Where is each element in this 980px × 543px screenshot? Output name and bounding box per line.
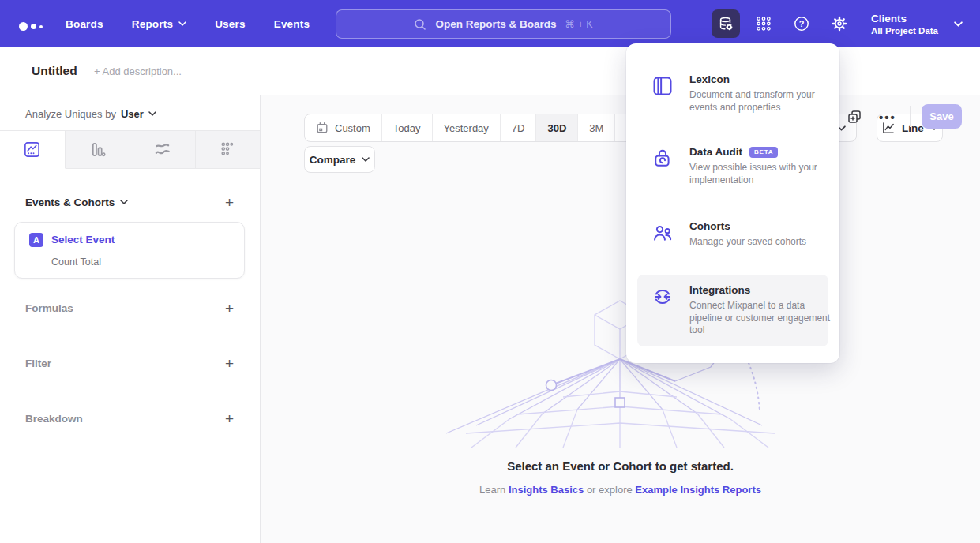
date-yesterday-label: Yesterday (444, 122, 489, 134)
date-custom[interactable]: Custom (305, 114, 382, 141)
date-3m-label: 3M (589, 122, 603, 134)
navbar-right: ? (712, 0, 980, 47)
nav-users[interactable]: Users (215, 18, 246, 30)
cohorts-title: Cohorts (689, 220, 730, 232)
help-button[interactable]: ? (787, 9, 816, 38)
events-cohorts-header[interactable]: Events & Cohorts (25, 197, 128, 208)
top-navbar: Boards Reports Users Events Open Reports… (0, 0, 980, 47)
nav-events-label: Events (274, 18, 310, 30)
subtitle-prefix: Learn (479, 484, 505, 496)
menu-item-integrations[interactable]: Integrations Connect Mixpanel to a data … (637, 275, 828, 346)
date-7d[interactable]: 7D (501, 114, 537, 141)
date-3m[interactable]: 3M (578, 114, 615, 141)
header-divider (910, 106, 911, 127)
bar-chart-icon (88, 140, 107, 159)
duplicate-button[interactable] (847, 109, 862, 125)
chevron-down-icon (120, 200, 128, 204)
menu-item-lexicon[interactable]: Lexicon Document and transform your even… (637, 64, 828, 123)
breakdown-label: Breakdown (25, 413, 83, 425)
line-chart-icon (23, 140, 41, 159)
search-placeholder: Open Reports & Boards (435, 18, 556, 30)
beta-badge: BETA (749, 147, 778, 158)
mixpanel-logo[interactable] (19, 19, 46, 28)
date-7d-label: 7D (512, 122, 525, 134)
chevron-down-icon (362, 157, 370, 162)
tab-metric[interactable] (196, 131, 261, 168)
compare-label: Compare (310, 154, 356, 166)
project-switcher[interactable]: Clients All Project Data (854, 13, 963, 36)
filter-section: Filter + (25, 352, 234, 374)
data-management-button[interactable] (712, 9, 740, 38)
date-today[interactable]: Today (382, 114, 433, 141)
stacked-chart-icon (153, 140, 171, 159)
search-input[interactable]: Open Reports & Boards ⌘ + K (336, 9, 671, 39)
add-event-button[interactable]: + (225, 195, 234, 210)
project-name: Clients (871, 13, 938, 24)
svg-text:?: ? (799, 19, 805, 28)
nav-boards[interactable]: Boards (66, 18, 103, 30)
cohorts-description: Manage your saved cohorts (689, 236, 833, 249)
add-breakdown-button[interactable]: + (225, 411, 234, 426)
date-30d[interactable]: 30D (536, 114, 578, 141)
chart-type-label: Line (902, 122, 924, 134)
insights-basics-link[interactable]: Insights Basics (509, 484, 584, 496)
metric-icon (219, 140, 237, 159)
primary-nav: Boards Reports Users Events (66, 0, 310, 47)
tab-stacked-chart[interactable] (130, 131, 196, 168)
copy-plus-icon (847, 109, 862, 125)
project-scope: All Project Data (871, 26, 938, 36)
count-total-label[interactable]: Count Total (51, 257, 101, 268)
lexicon-book-icon (651, 75, 674, 97)
mixpanel-insights-app: Boards Reports Users Events Open Reports… (0, 0, 980, 543)
integrations-description: Connect Mixpanel to a data pipeline or c… (689, 300, 833, 337)
date-custom-label: Custom (335, 122, 370, 134)
tab-line-chart[interactable] (0, 131, 66, 169)
report-title[interactable]: Untitled (32, 64, 77, 78)
data-audit-icon (651, 148, 674, 170)
analyze-by-selector[interactable]: User (121, 108, 156, 120)
search-icon (414, 18, 426, 31)
date-yesterday[interactable]: Yesterday (433, 114, 501, 141)
breakdown-section: Breakdown + (25, 407, 234, 429)
query-builder-sidebar: Analyze Uniques by User (0, 95, 261, 543)
save-button[interactable]: Save (922, 104, 962, 129)
analyze-by-value: User (121, 108, 144, 120)
chart-type-tabs (0, 130, 260, 169)
filter-label: Filter (25, 358, 51, 369)
compare-button[interactable]: Compare (304, 146, 375, 173)
date-30d-label: 30D (547, 122, 566, 134)
nav-reports-label: Reports (132, 18, 173, 30)
select-event-label: Select Event (51, 234, 115, 245)
menu-item-data-audit[interactable]: Data Audit BETA View possible issues wit… (637, 137, 828, 196)
more-options-button[interactable]: ••• (879, 110, 896, 124)
tab-bar-chart[interactable] (66, 131, 131, 168)
help-icon: ? (793, 15, 810, 32)
data-audit-description: View possible issues with your implement… (689, 162, 833, 186)
nav-events[interactable]: Events (274, 18, 310, 30)
select-event-card[interactable]: A Select Event Count Total (14, 222, 245, 279)
add-formula-button[interactable]: + (225, 301, 234, 316)
apps-grid-icon (756, 16, 772, 32)
lexicon-description: Document and transform your events and p… (689, 89, 833, 114)
empty-state-title: Select an Event or Cohort to get started… (261, 459, 980, 473)
menu-item-cohorts[interactable]: Cohorts Manage your saved cohorts (637, 211, 828, 258)
add-filter-button[interactable]: + (225, 356, 234, 371)
example-reports-link[interactable]: Example Insights Reports (635, 484, 761, 496)
event-badge: A (29, 233, 43, 247)
analyze-by-label: Analyze Uniques by (25, 108, 116, 120)
chevron-down-icon (954, 21, 963, 27)
formulas-label: Formulas (25, 302, 73, 314)
calendar-icon (316, 122, 329, 134)
report-canvas: Custom Today Yesterday 7D 30D 3M 6M Line (261, 95, 980, 543)
integrations-sync-icon (651, 286, 674, 308)
gear-icon (831, 15, 848, 32)
apps-grid-button[interactable] (749, 9, 778, 38)
nav-reports[interactable]: Reports (132, 18, 186, 30)
formulas-section: Formulas + (25, 297, 234, 319)
chevron-down-icon (148, 111, 156, 116)
events-cohorts-section: Events & Cohorts + (25, 191, 234, 213)
lexicon-title: Lexicon (689, 73, 730, 85)
add-description[interactable]: + Add description... (94, 66, 182, 77)
cohorts-people-icon (651, 222, 674, 244)
settings-button[interactable] (825, 9, 854, 38)
